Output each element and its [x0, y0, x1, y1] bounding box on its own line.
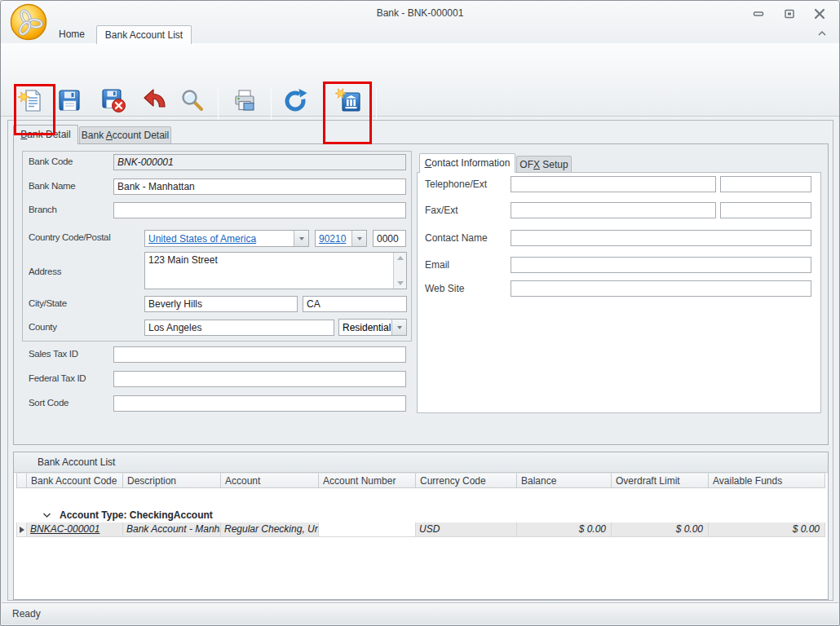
branch-field[interactable] — [113, 202, 406, 218]
county-type-combo[interactable]: Residential — [338, 319, 407, 336]
column-header[interactable]: Account — [221, 473, 319, 488]
telephone-field[interactable] — [511, 176, 716, 192]
column-header[interactable]: Description — [123, 473, 221, 488]
column-header[interactable]: Currency Code — [416, 473, 517, 488]
federal-tax-field[interactable] — [113, 371, 406, 387]
column-header[interactable]: Available Funds — [709, 473, 825, 488]
state-field[interactable] — [303, 296, 407, 312]
web-site-label: Web Site — [425, 283, 464, 294]
fax-ext-field[interactable] — [720, 202, 811, 218]
branch-label: Branch — [29, 205, 57, 217]
tab-bank-detail[interactable]: Bank Detail — [13, 125, 78, 144]
group-row-label: Account Type: CheckingAccount — [60, 509, 213, 521]
tab-ofx-setup[interactable]: OFX Setup — [516, 156, 572, 173]
cell-description[interactable]: Bank Account - Manha… — [123, 522, 221, 537]
restore-icon[interactable] — [780, 7, 798, 20]
title-bar: Bank - BNK-000001 Home Bank Account List — [1, 1, 839, 43]
postal-combo[interactable]: 90210 — [315, 230, 367, 247]
label-text: ontact Information — [431, 157, 510, 169]
status-bar: Ready — [2, 602, 838, 624]
cell-bank-account-code[interactable]: BNKAC-000001 — [27, 522, 123, 537]
cell-overdraft-limit[interactable]: $ 0.00 — [612, 522, 709, 537]
bank-account-link[interactable]: BNKAC-000001 — [30, 523, 99, 535]
window-title: Bank - BNK-000001 — [377, 7, 464, 19]
postal-ext-field[interactable] — [373, 230, 406, 247]
country-link[interactable]: United States of America — [145, 233, 294, 245]
tab-bank-account-detail[interactable]: Bank Account Detail — [79, 126, 171, 144]
chevron-down-icon[interactable] — [391, 320, 406, 335]
scroll-up-icon[interactable] — [397, 256, 404, 260]
bank-code-field[interactable] — [113, 154, 406, 170]
sort-code-field[interactable] — [113, 395, 406, 412]
group-collapse-icon[interactable] — [42, 512, 51, 518]
label-text: Setup — [540, 159, 568, 170]
city-field[interactable] — [144, 296, 298, 312]
bank-name-field[interactable] — [113, 179, 406, 195]
undo-icon — [142, 87, 168, 117]
find-icon — [179, 87, 206, 117]
federal-tax-label: Federal Tax ID — [29, 373, 86, 386]
telephone-label: Telephone/Ext — [425, 179, 487, 190]
column-header[interactable]: Account Number — [319, 473, 416, 488]
row-indicator-icon — [16, 522, 27, 537]
country-postal-label: Country Code/Postal — [29, 232, 110, 245]
cell-account[interactable]: Regular Checking, Unit… — [221, 522, 319, 537]
column-header[interactable]: Overdraft Limit — [612, 473, 709, 488]
column-header[interactable]: Bank Account Code — [27, 473, 123, 488]
ribbon: New Save — [1, 43, 839, 117]
address-scrollbar[interactable] — [393, 253, 406, 289]
label-text: C — [425, 157, 432, 169]
ribbon-collapse-icon[interactable] — [815, 28, 829, 39]
sales-tax-field[interactable] — [113, 346, 406, 363]
new-document-icon — [18, 87, 44, 117]
label-text: ank Detail — [27, 129, 70, 140]
fax-label: Fax/Ext — [425, 205, 458, 216]
cell-balance[interactable]: $ 0.00 — [517, 522, 612, 537]
fax-field[interactable] — [511, 202, 716, 218]
minimize-icon[interactable] — [749, 7, 767, 20]
status-text: Ready — [12, 608, 41, 619]
bank-name-label: Bank Name — [29, 181, 75, 193]
county-label: County — [29, 322, 57, 334]
content-area: Bank Detail Bank Account Detail Bank Cod… — [7, 120, 833, 601]
column-header[interactable]: Balance — [517, 473, 612, 488]
save-icon — [56, 87, 82, 117]
tab-contact-information[interactable]: Contact Information — [419, 153, 515, 173]
ribbon-tab-home[interactable]: Home — [48, 26, 95, 43]
email-label: Email — [425, 259, 449, 271]
cell-account-number[interactable] — [319, 522, 416, 537]
contact-information-groupbox: Telephone/Ext Fax/Ext Contact Name Email… — [417, 172, 821, 413]
scroll-down-icon[interactable] — [397, 281, 404, 285]
close-icon[interactable] — [811, 7, 829, 20]
label-text: ccount Detail — [113, 130, 169, 141]
label-text: Bank — [82, 130, 106, 141]
app-logo-icon[interactable] — [10, 3, 47, 41]
chevron-down-icon[interactable] — [351, 231, 366, 246]
postal-link[interactable]: 90210 — [316, 233, 351, 245]
grid-header-row: Bank Account Code Description Account Ac… — [16, 473, 825, 488]
county-field[interactable] — [144, 320, 334, 336]
cell-available-funds[interactable]: $ 0.00 — [709, 522, 825, 537]
cell-currency-code[interactable]: USD — [416, 522, 517, 537]
label-text: X — [533, 159, 540, 170]
label-text: A — [106, 130, 113, 141]
new-bank-account-icon — [335, 87, 361, 117]
sales-tax-label: Sales Tax ID — [29, 349, 78, 361]
row-indicator-header — [16, 473, 27, 488]
email-field[interactable] — [511, 257, 811, 273]
address-text: 123 Main Street — [148, 254, 390, 266]
telephone-ext-field[interactable] — [720, 176, 811, 192]
country-combo[interactable]: United States of America — [144, 230, 309, 247]
grid-group-row[interactable]: Account Type: CheckingAccount — [16, 508, 825, 522]
save-and-close-icon — [100, 87, 126, 117]
chevron-down-icon[interactable] — [294, 231, 308, 246]
label-text: OF — [519, 159, 533, 170]
table-row: BNKAC-000001 Bank Account - Manha… Regul… — [16, 522, 825, 537]
grid-caption: Bank Account List — [14, 452, 828, 473]
contact-name-field[interactable] — [511, 230, 811, 246]
ribbon-tab-bank-account-list[interactable]: Bank Account List — [96, 25, 192, 44]
app-window: Bank - BNK-000001 Home Bank Account List — [0, 0, 840, 626]
print-icon — [232, 87, 258, 117]
address-field[interactable]: 123 Main Street — [144, 252, 407, 289]
web-site-field[interactable] — [511, 280, 811, 297]
